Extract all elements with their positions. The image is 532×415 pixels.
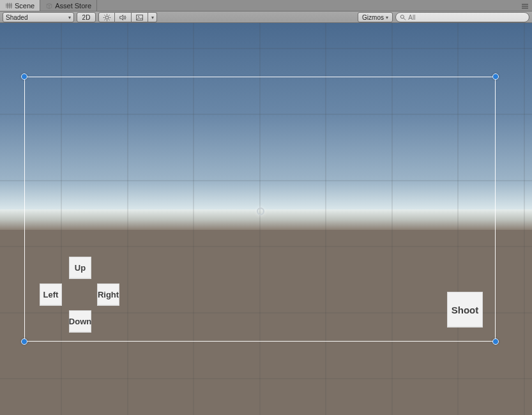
shoot-button[interactable]: Shoot	[447, 292, 483, 328]
gizmos-label: Gizmos	[362, 14, 384, 21]
svg-rect-4	[9, 3, 10, 8]
svg-rect-7	[522, 6, 528, 7]
scene-viewport[interactable]: Up Left Right Down Shoot	[0, 23, 532, 415]
svg-rect-5	[11, 3, 11, 8]
up-button[interactable]: Up	[69, 257, 91, 279]
2d-label: 2D	[82, 14, 91, 21]
svg-rect-8	[522, 8, 528, 9]
lighting-toggle[interactable]	[98, 12, 115, 22]
tab-bar: Scene Asset Store	[0, 0, 532, 11]
svg-rect-6	[522, 4, 528, 5]
fx-toggle[interactable]	[132, 12, 148, 22]
left-button[interactable]: Left	[40, 283, 62, 306]
rect-handle-bottom-right[interactable]	[492, 338, 499, 345]
tab-assetstore[interactable]: Asset Store	[40, 0, 97, 11]
caret-down-icon: ▾	[386, 15, 388, 20]
svg-line-17	[109, 15, 109, 15]
2d-toggle[interactable]: 2D	[77, 12, 96, 22]
tab-assetstore-label: Asset Store	[55, 2, 91, 10]
scene-pivot-icon	[257, 207, 264, 215]
caret-down-icon: ▾	[151, 15, 154, 20]
right-button[interactable]: Right	[97, 283, 119, 306]
svg-rect-3	[7, 3, 8, 8]
audio-icon	[119, 13, 127, 22]
shading-label: Shaded	[6, 14, 27, 21]
svg-point-20	[400, 15, 404, 18]
svg-line-15	[109, 19, 109, 20]
scene-icon	[5, 2, 13, 10]
rect-handle-top-left[interactable]	[21, 73, 27, 80]
fx-dropdown[interactable]: ▾	[148, 12, 157, 22]
sky-gradient	[0, 23, 532, 209]
search-box[interactable]	[395, 12, 529, 22]
down-button[interactable]: Down	[69, 310, 91, 333]
audio-toggle[interactable]	[115, 12, 132, 22]
search-input[interactable]	[408, 14, 525, 21]
tab-scene[interactable]: Scene	[0, 0, 40, 11]
svg-point-9	[105, 16, 109, 19]
rect-handle-bottom-left[interactable]	[21, 338, 27, 345]
panel-menu-icon[interactable]	[521, 1, 529, 10]
toolbar-spacer	[157, 11, 358, 22]
scene-toolbar: Shaded ▾ 2D ▾ Gizmos ▾	[0, 11, 532, 23]
horizon-band	[0, 209, 532, 230]
svg-point-19	[138, 16, 139, 17]
svg-line-21	[404, 18, 406, 20]
assetstore-icon	[45, 2, 53, 10]
image-icon	[135, 13, 144, 22]
svg-line-16	[104, 19, 105, 20]
shading-dropdown[interactable]: Shaded ▾	[3, 12, 74, 22]
tab-scene-label: Scene	[15, 2, 34, 10]
rect-handle-top-right[interactable]	[492, 73, 499, 80]
gizmos-dropdown[interactable]: Gizmos ▾	[358, 12, 393, 22]
search-icon	[400, 14, 406, 21]
sun-icon	[103, 13, 111, 22]
caret-down-icon: ▾	[68, 15, 71, 20]
svg-line-14	[104, 15, 105, 15]
